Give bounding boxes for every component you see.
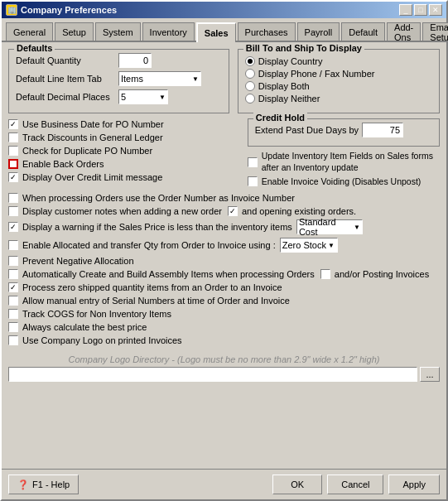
- checkbox-customer-notes[interactable]: Display customer notes when adding a new…: [8, 205, 440, 217]
- radio-dot-display-neither: [245, 94, 255, 104]
- checkbox-company-logo-box[interactable]: [8, 335, 18, 345]
- action-buttons: OK Cancel Apply: [272, 475, 440, 494]
- checkbox-manual-serial-box[interactable]: [8, 296, 18, 306]
- title-bar: 🏢 Company Preferences _ □ ✕: [2, 2, 446, 18]
- radio-dot-display-country: [245, 56, 255, 66]
- checkbox-use-business-date[interactable]: Use Business Date for PO Number: [8, 118, 239, 130]
- quantity-label: Default Quantity: [16, 55, 115, 65]
- tab-inventory[interactable]: Inventory: [142, 22, 195, 41]
- logo-path-input[interactable]: [8, 367, 417, 382]
- checkbox-company-logo[interactable]: Use Company Logo on printed Invoices: [8, 335, 440, 346]
- tab-sales[interactable]: Sales: [196, 22, 236, 42]
- lower-checkboxes-section: When processing Orders use the Order Num…: [8, 192, 440, 346]
- checkbox-auto-create-assembly[interactable]: Automatically Create and Build Assembly …: [8, 268, 440, 280]
- checkbox-sales-price-warning-box[interactable]: [8, 222, 18, 232]
- checkbox-enable-allocated-box[interactable]: [8, 240, 18, 250]
- checkbox-best-price-box[interactable]: [8, 322, 18, 332]
- help-button[interactable]: ❓ F1 - Help: [8, 475, 79, 494]
- defaults-group: Defaults Default Quantity Default Line I…: [8, 49, 229, 113]
- apply-button[interactable]: Apply: [388, 475, 440, 494]
- left-checkboxes: Use Business Date for PO Number Track Di…: [8, 118, 239, 187]
- tab-payroll[interactable]: Payroll: [297, 22, 340, 41]
- help-area: ❓ F1 - Help: [8, 475, 79, 494]
- zero-stock-arrow-icon: ▼: [328, 242, 335, 249]
- tab-default[interactable]: Default: [341, 22, 385, 41]
- tab-system[interactable]: System: [95, 22, 141, 41]
- checkbox-process-zero-shipped[interactable]: Process zero shipped quantity items from…: [8, 282, 440, 293]
- line-item-tab-row: Default Line Item Tab Items ▼: [16, 71, 222, 86]
- standard-cost-arrow-icon: ▼: [354, 224, 360, 231]
- checkbox-sales-price-warning[interactable]: Display a warning if the Sales Price is …: [8, 219, 440, 235]
- top-row: Defaults Default Quantity Default Line I…: [8, 49, 440, 113]
- radio-dot-display-both: [245, 81, 255, 91]
- checkbox-update-inventory-box[interactable]: [248, 157, 258, 167]
- checkbox-manual-serial[interactable]: Allow manual entry of Serial Numbers at …: [8, 295, 440, 306]
- minimize-button[interactable]: _: [399, 4, 412, 16]
- checkbox-prevent-negative-box[interactable]: [8, 256, 18, 266]
- checkbox-opening-existing-box[interactable]: [228, 206, 238, 216]
- checkbox-enable-back-orders[interactable]: Enable Back Orders: [8, 158, 239, 170]
- checkbox-display-over-credit[interactable]: Display Over Credit Limit message: [8, 171, 239, 183]
- extend-input[interactable]: [362, 123, 403, 137]
- radio-display-both[interactable]: Display Both: [245, 81, 432, 91]
- checkbox-auto-create-assembly-box[interactable]: [8, 269, 18, 279]
- checkbox-order-number-as-invoice[interactable]: When processing Orders use the Order Num…: [8, 192, 440, 204]
- radio-display-neither[interactable]: Display Neither: [245, 94, 432, 104]
- logo-hint: Company Logo Directory - (Logo must be n…: [8, 354, 440, 364]
- checkbox-track-discounts-box[interactable]: [8, 132, 18, 142]
- checkbox-posting-invoices-box[interactable]: [320, 269, 330, 279]
- checkbox-order-number-as-invoice-box[interactable]: [8, 193, 18, 203]
- content-area: Defaults Default Quantity Default Line I…: [2, 42, 446, 469]
- window-icon: 🏢: [6, 4, 17, 16]
- decimal-places-combo[interactable]: 5 ▼: [118, 89, 168, 104]
- checkbox-track-discounts[interactable]: Track Discounts in General Ledger: [8, 132, 239, 143]
- line-item-tab-label: Default Line Item Tab: [16, 74, 115, 84]
- tab-addons[interactable]: Add-Ons: [387, 22, 421, 41]
- standard-cost-combo[interactable]: Standard Cost ▼: [296, 219, 363, 234]
- logo-browse-button[interactable]: ...: [420, 367, 440, 382]
- checkbox-enable-allocated[interactable]: Enable Allocated and transfer Qty from O…: [8, 237, 440, 253]
- checkbox-prevent-negative[interactable]: Prevent Negative Allocation: [8, 255, 440, 267]
- close-button[interactable]: ✕: [429, 4, 442, 16]
- cancel-button[interactable]: Cancel: [327, 475, 383, 494]
- checkbox-check-duplicate-po[interactable]: Check for Duplicate PO Number: [8, 145, 239, 157]
- checkbox-check-duplicate-po-box[interactable]: [8, 146, 18, 156]
- checkbox-best-price[interactable]: Always calculate the best price: [8, 321, 440, 333]
- quantity-row: Default Quantity: [16, 53, 222, 68]
- extend-label: Extend Past Due Days by: [255, 125, 359, 135]
- credit-hold-title: Credit Hold: [253, 113, 307, 123]
- checkbox-enable-voiding[interactable]: Enable Invoice Voiding (Disables Unpost): [248, 176, 440, 187]
- line-item-tab-combo[interactable]: Items ▼: [118, 71, 201, 86]
- credit-checkboxes: Update Inventory Item Fields on Sales fo…: [248, 150, 440, 187]
- maximize-button[interactable]: □: [414, 4, 427, 16]
- checkbox-process-zero-shipped-box[interactable]: [8, 282, 18, 292]
- radio-display-country[interactable]: Display Country: [245, 56, 432, 66]
- tab-setup[interactable]: Setup: [55, 22, 94, 41]
- checkbox-customer-notes-box[interactable]: [8, 206, 18, 216]
- checkbox-display-over-credit-box[interactable]: [8, 172, 18, 182]
- window-controls: _ □ ✕: [399, 4, 442, 16]
- decimal-places-arrow-icon: ▼: [159, 94, 166, 101]
- checkbox-track-cogs[interactable]: Track COGS for Non Inventory Items: [8, 308, 440, 320]
- ok-button[interactable]: OK: [272, 475, 322, 494]
- checkbox-update-inventory[interactable]: Update Inventory Item Fields on Sales fo…: [248, 150, 440, 174]
- zero-stock-combo[interactable]: Zero Stock ▼: [280, 238, 338, 253]
- checkbox-use-business-date-box[interactable]: [8, 119, 18, 129]
- radio-dot-display-phone: [245, 69, 255, 79]
- checkbox-enable-voiding-box[interactable]: [248, 176, 258, 186]
- window: 🏢 Company Preferences _ □ ✕ General Setu…: [0, 0, 448, 501]
- tab-general[interactable]: General: [6, 22, 53, 41]
- tab-purchases[interactable]: Purchases: [238, 22, 296, 41]
- radio-display-phone[interactable]: Display Phone / Fax Number: [245, 69, 432, 79]
- quantity-input[interactable]: [118, 53, 152, 68]
- extend-row: Extend Past Due Days by: [255, 123, 432, 137]
- window-title: Company Preferences: [21, 5, 117, 15]
- checkbox-track-cogs-box[interactable]: [8, 309, 18, 319]
- checkbox-enable-back-orders-box[interactable]: [8, 159, 18, 169]
- tab-email-setup[interactable]: Email Setup: [422, 22, 448, 41]
- decimal-places-row: Default Decimal Places 5 ▼: [16, 89, 222, 104]
- bill-to-group: Bill To and Ship To Display Display Coun…: [238, 49, 440, 113]
- credit-hold-group: Credit Hold Extend Past Due Days by: [248, 118, 440, 147]
- credit-hold-area: Credit Hold Extend Past Due Days by Upda…: [248, 118, 440, 187]
- bill-to-radio-group: Display Country Display Phone / Fax Numb…: [245, 53, 432, 104]
